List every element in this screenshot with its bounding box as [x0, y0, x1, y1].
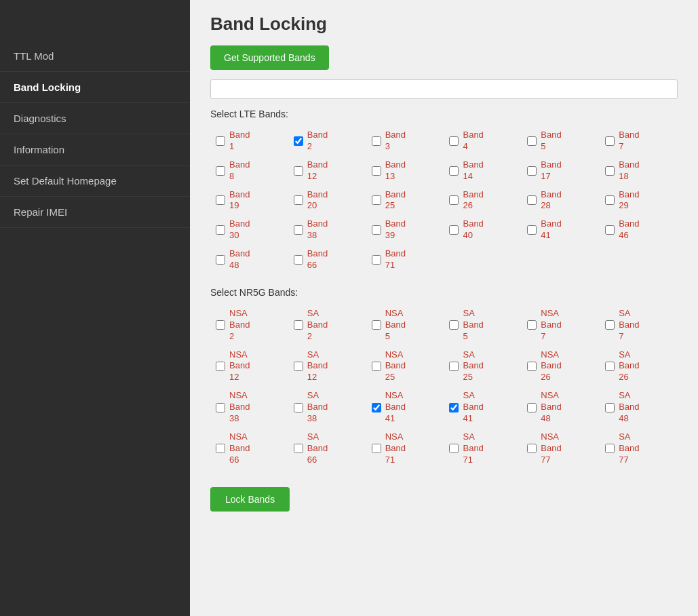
nr5g-band-checkbox-21[interactable]	[449, 444, 459, 453]
lte-band-label-13: Band20	[307, 189, 328, 212]
nr5g-band-cell-12: NSABand38	[210, 387, 288, 428]
nr5g-band-cell-23: SABand77	[600, 428, 678, 469]
nr5g-band-checkbox-13[interactable]	[294, 403, 303, 412]
get-supported-bands-button[interactable]: Get Supported Bands	[210, 45, 329, 70]
lte-band-checkbox-26[interactable]	[372, 255, 381, 265]
lte-band-checkbox-21[interactable]	[449, 225, 459, 235]
nr5g-band-checkbox-22[interactable]	[527, 444, 537, 453]
lte-band-label-2: Band3	[385, 130, 406, 153]
nr5g-band-checkbox-12[interactable]	[216, 403, 225, 412]
sidebar-item-ttl-mod[interactable]: TTL Mod	[0, 41, 190, 72]
lte-band-checkbox-4[interactable]	[527, 136, 537, 146]
nr5g-band-checkbox-1[interactable]	[294, 320, 303, 330]
lte-band-cell-14: Band25	[366, 186, 444, 216]
nr5g-band-checkbox-0[interactable]	[216, 320, 225, 330]
nr5g-band-label-20: NSABand71	[385, 431, 406, 466]
lte-band-checkbox-20[interactable]	[372, 225, 381, 235]
lte-band-checkbox-10[interactable]	[527, 166, 537, 176]
lte-band-checkbox-22[interactable]	[527, 225, 537, 235]
nr5g-band-cell-17: SABand48	[600, 387, 678, 428]
nr5g-band-checkbox-10[interactable]	[527, 362, 537, 371]
nr5g-band-checkbox-11[interactable]	[605, 362, 615, 371]
sidebar-item-set-default-homepage[interactable]: Set Default Homepage	[0, 166, 190, 197]
lte-band-checkbox-13[interactable]	[294, 195, 303, 205]
lte-band-cell-10: Band17	[522, 156, 600, 186]
lte-band-checkbox-25[interactable]	[294, 255, 303, 265]
nr5g-band-checkbox-8[interactable]	[372, 362, 381, 371]
lte-band-label-11: Band18	[619, 159, 639, 182]
nr5g-band-label-16: NSABand48	[541, 390, 561, 425]
lte-band-label-3: Band4	[463, 130, 483, 153]
lte-band-cell-23: Band46	[600, 215, 678, 245]
nr5g-band-checkbox-14[interactable]	[372, 403, 381, 412]
search-input[interactable]	[210, 79, 678, 99]
sidebar-item-diagnostics[interactable]: Diagnostics	[0, 103, 190, 134]
lte-band-label-25: Band66	[307, 248, 328, 271]
lte-band-checkbox-5[interactable]	[605, 136, 615, 146]
lte-band-checkbox-2[interactable]	[372, 136, 381, 146]
nr5g-band-checkbox-6[interactable]	[216, 362, 225, 371]
lte-band-cell-12: Band19	[210, 186, 288, 216]
nr5g-band-checkbox-19[interactable]	[294, 444, 303, 453]
lte-band-checkbox-11[interactable]	[605, 166, 615, 176]
lte-band-label-21: Band40	[463, 218, 483, 242]
lte-band-checkbox-6[interactable]	[216, 166, 225, 176]
nr5g-band-checkbox-15[interactable]	[449, 403, 459, 412]
nr5g-band-checkbox-2[interactable]	[372, 320, 381, 330]
lte-band-checkbox-7[interactable]	[294, 166, 303, 176]
nr5g-band-cell-11: SABand26	[600, 346, 678, 387]
lte-band-checkbox-18[interactable]	[216, 225, 225, 235]
lte-band-checkbox-24[interactable]	[216, 255, 225, 265]
nr5g-band-checkbox-4[interactable]	[527, 320, 537, 330]
lte-band-label-15: Band26	[463, 189, 483, 212]
page-title: Band Locking	[210, 14, 678, 35]
nr5g-band-label-9: SABand25	[463, 349, 483, 384]
sidebar-item-band-locking[interactable]: Band Locking	[0, 72, 190, 103]
nr5g-band-cell-3: SABand5	[444, 305, 522, 346]
nr5g-band-label-12: NSABand38	[229, 390, 250, 425]
lock-bands-button[interactable]: Lock Bands	[210, 487, 290, 512]
lte-band-checkbox-16[interactable]	[527, 195, 537, 205]
nr5g-band-checkbox-3[interactable]	[449, 320, 459, 330]
lte-band-cell-2: Band3	[366, 126, 444, 156]
nr5g-band-cell-16: NSABand48	[522, 387, 600, 428]
nr5g-band-checkbox-5[interactable]	[605, 320, 615, 330]
nr5g-band-checkbox-16[interactable]	[527, 403, 537, 412]
lte-band-checkbox-8[interactable]	[372, 166, 381, 176]
lte-band-checkbox-1[interactable]	[294, 136, 303, 146]
lte-band-checkbox-14[interactable]	[372, 195, 381, 205]
lte-band-checkbox-19[interactable]	[294, 225, 303, 235]
nr5g-band-cell-5: SABand7	[600, 305, 678, 346]
lte-band-label-20: Band39	[385, 218, 406, 242]
nr5g-band-checkbox-18[interactable]	[216, 444, 225, 453]
lte-band-cell-26: Band71	[366, 245, 444, 275]
lte-band-checkbox-12[interactable]	[216, 195, 225, 205]
sidebar-item-information[interactable]: Information	[0, 134, 190, 166]
lte-band-label-6: Band8	[229, 159, 250, 182]
nr5g-band-label-10: NSABand26	[541, 349, 561, 384]
nr5g-band-cell-21: SABand71	[444, 428, 522, 469]
sidebar-item-repair-imei[interactable]: Repair IMEI	[0, 197, 190, 228]
lte-band-label-16: Band28	[541, 189, 561, 212]
nr5g-band-checkbox-9[interactable]	[449, 362, 459, 371]
lte-band-checkbox-9[interactable]	[449, 166, 459, 176]
nr5g-band-checkbox-17[interactable]	[605, 403, 615, 412]
lte-band-checkbox-0[interactable]	[216, 136, 225, 146]
lte-band-checkbox-17[interactable]	[605, 195, 615, 205]
lte-band-label-14: Band25	[385, 189, 406, 212]
nr5g-band-checkbox-23[interactable]	[605, 444, 615, 453]
nr5g-band-cell-10: NSABand26	[522, 346, 600, 387]
lte-band-checkbox-3[interactable]	[449, 136, 459, 146]
nr5g-band-label-19: SABand66	[307, 431, 328, 466]
nr5g-band-checkbox-7[interactable]	[294, 362, 303, 371]
lte-band-checkbox-15[interactable]	[449, 195, 459, 205]
lte-band-cell-11: Band18	[600, 156, 678, 186]
nr5g-band-cell-7: SABand12	[288, 346, 366, 387]
nr5g-band-checkbox-20[interactable]	[372, 444, 381, 453]
lte-band-cell-3: Band4	[444, 126, 522, 156]
main-content: Band Locking Get Supported Bands Select …	[190, 0, 698, 616]
lte-bands-grid: Band1Band2Band3Band4Band5Band7Band8Band1…	[210, 126, 678, 275]
lte-band-cell-9: Band14	[444, 156, 522, 186]
lte-band-cell-0: Band1	[210, 126, 288, 156]
lte-band-checkbox-23[interactable]	[605, 225, 615, 235]
